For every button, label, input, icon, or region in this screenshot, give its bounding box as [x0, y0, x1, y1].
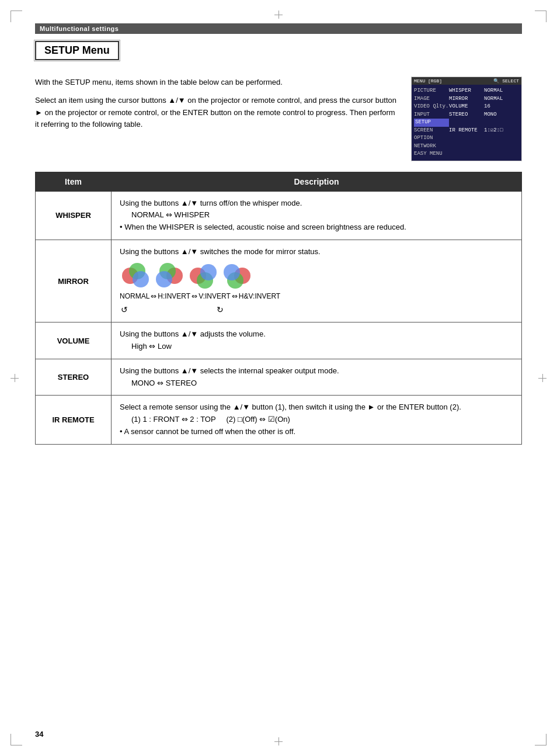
table-row-mirror: MIRROR Using the buttons ▲/▼ switches th… [36, 240, 522, 322]
osd-item-easy: EASY MENU [414, 150, 449, 158]
intro-area: With the SETUP menu, items shown in the … [35, 77, 522, 161]
whisper-line1: Using the buttons ▲/▼ turns off/on the w… [120, 197, 513, 210]
irremote-item: IR REMOTE [36, 396, 112, 444]
corner-mark-br [535, 734, 546, 745]
whisper-line3: • When the WHISPER is selected, acoustic… [120, 221, 513, 234]
center-mark-bottom [274, 737, 283, 745]
table-row-volume: VOLUME Using the buttons ▲/▼ adjusts the… [36, 322, 522, 359]
mirror-arrow1: ⇔ [151, 291, 156, 302]
stereo-desc: Using the buttons ▲/▼ selects the intern… [112, 359, 522, 396]
volume-line2: High ⇔ Low [131, 341, 513, 353]
osd-val-volume: 16 [484, 103, 519, 111]
osd-val-stereo: MONO [484, 111, 519, 119]
osd-col2: WHISPER MIRROR VOLUME STEREO IR REMOTE [449, 87, 484, 158]
osd-menu-body: PICTURE IMAGE VIDEO Qlty. INPUT SETUP SC… [412, 85, 521, 161]
mirror-line1: Using the buttons ▲/▼ switches the mode … [120, 246, 513, 258]
whisper-line2: NORMAL ⇔ WHISPER [131, 209, 513, 221]
mirror-label-vinvert: V:INVERT [199, 291, 231, 302]
osd-val-whisper-label: WHISPER [449, 87, 484, 95]
table-row-whisper: WHISPER Using the buttons ▲/▼ turns off/… [36, 191, 522, 240]
mirror-img-normal [120, 263, 151, 289]
svg-point-11 [224, 264, 240, 280]
whisper-item: WHISPER [36, 191, 112, 240]
mirror-label-hvinvert: H&V:INVERT [239, 291, 280, 302]
table-row-irremote: IR REMOTE Select a remote sensor using t… [36, 396, 522, 444]
osd-item-setup: SETUP [414, 119, 449, 127]
mirror-arrow3: ⇔ [232, 291, 238, 302]
corner-mark-tr [535, 11, 546, 22]
svg-point-8 [200, 264, 217, 280]
osd-item-input: INPUT [414, 111, 449, 119]
osd-select-label: 🔍 SELECT [493, 78, 519, 84]
section-header: Multifunctional settings [35, 23, 522, 34]
osd-item-option: OPTION [414, 134, 449, 143]
osd-val-volume-label: VOLUME [449, 103, 484, 111]
osd-val-mirror: NORMAL [484, 95, 519, 103]
osd-val-mirror-label: MIRROR [449, 95, 484, 103]
mirror-images-row [120, 263, 513, 289]
center-mark-right [538, 374, 546, 382]
mirror-label-hinvert: H:INVERT [158, 291, 190, 302]
mirror-arrow2: ⇔ [192, 291, 197, 302]
intro-para-1: With the SETUP menu, items shown in the … [35, 77, 399, 89]
mirror-img-vinvert [187, 263, 219, 289]
intro-text: With the SETUP menu, items shown in the … [35, 77, 399, 161]
irremote-line1: Select a remote sensor using the ▲/▼ but… [120, 401, 513, 414]
corner-mark-bl [11, 734, 22, 745]
table-row-stereo: STEREO Using the buttons ▲/▼ selects the… [36, 359, 522, 396]
irremote-desc: Select a remote sensor using the ▲/▼ but… [112, 396, 522, 444]
osd-val-stereo-label: STEREO [449, 111, 484, 119]
stereo-line1: Using the buttons ▲/▼ selects the intern… [120, 365, 513, 377]
osd-col1: PICTURE IMAGE VIDEO Qlty. INPUT SETUP SC… [414, 87, 449, 158]
stereo-item: STEREO [36, 359, 112, 396]
mirror-loop-arrow: ↺ ↻ [121, 303, 513, 316]
whisper-desc: Using the buttons ▲/▼ turns off/on the w… [112, 191, 522, 240]
osd-item-network: NETWORK [414, 143, 449, 151]
osd-title: MENU [RGB] [414, 78, 442, 84]
stereo-line2: MONO ⇔ STEREO [131, 377, 513, 390]
main-table: Item Description WHISPER Using the butto… [35, 172, 522, 445]
irremote-line2: (1) 1 : FRONT ⇔ 2 : TOP (2) □(Off) ⇔ ☑(O… [131, 414, 513, 426]
mirror-label-normal: NORMAL [120, 291, 149, 302]
volume-item: VOLUME [36, 322, 112, 359]
center-mark-left [11, 374, 19, 382]
osd-item-picture: PICTURE [414, 87, 449, 95]
osd-menu: MENU [RGB] 🔍 SELECT PICTURE IMAGE VIDEO … [411, 77, 522, 161]
center-mark-top [274, 11, 283, 19]
page-number: 34 [35, 730, 43, 738]
osd-menu-header: MENU [RGB] 🔍 SELECT [412, 77, 521, 85]
mirror-img-hinvert [154, 263, 185, 289]
osd-val-blank [449, 119, 484, 127]
volume-desc: Using the buttons ▲/▼ adjusts the volume… [112, 322, 522, 359]
osd-val-blank2 [484, 119, 519, 127]
irremote-line3: • A sensor cannot be turned off when the… [120, 426, 513, 438]
mirror-desc: Using the buttons ▲/▼ switches the mode … [112, 240, 522, 322]
corner-mark-tl [11, 11, 22, 22]
mirror-label-row: NORMAL ⇔ H:INVERT ⇔ V:INVERT ⇔ H&V:INVER… [120, 291, 513, 302]
osd-item-video: VIDEO Qlty. [414, 103, 449, 111]
svg-point-5 [156, 271, 172, 287]
mirror-img-hvinvert [221, 263, 253, 289]
osd-item-screen: SCREEN [414, 127, 449, 135]
svg-point-2 [133, 271, 149, 287]
osd-val-ir-label: IR REMOTE [449, 127, 484, 135]
mirror-item: MIRROR [36, 240, 112, 322]
col-desc-header: Description [112, 172, 522, 191]
osd-col3: NORMAL NORMAL 16 MONO 1:☑2:□ [484, 87, 519, 158]
osd-val-ir: 1:☑2:□ [484, 127, 519, 135]
volume-line1: Using the buttons ▲/▼ adjusts the volume… [120, 328, 513, 341]
osd-item-image: IMAGE [414, 95, 449, 103]
osd-val-whisper: NORMAL [484, 87, 519, 95]
intro-para-2: Select an item using the cursor buttons … [35, 95, 399, 131]
col-item-header: Item [36, 172, 112, 191]
page-title: SETUP Menu [35, 41, 119, 60]
